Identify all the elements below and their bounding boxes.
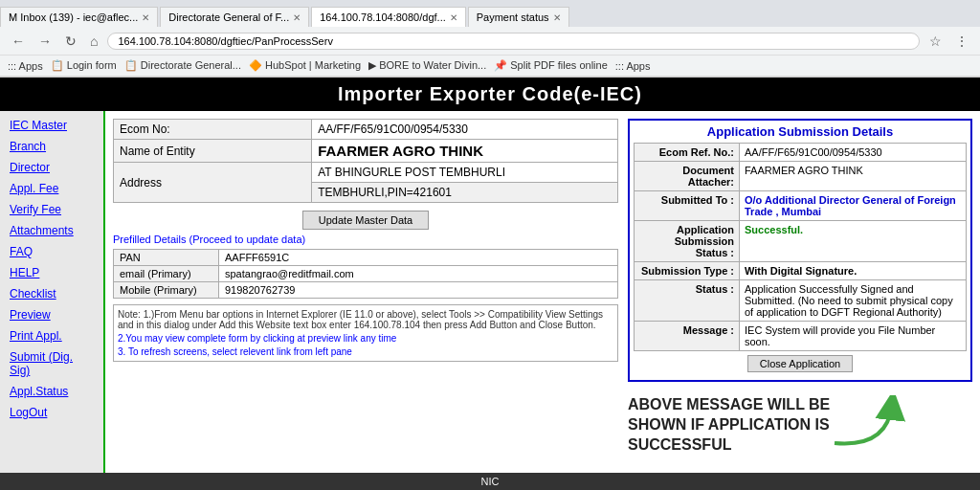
tab-label-active: 164.100.78.104:8080/dgf... [320, 11, 446, 23]
content-area: Ecom No: AA/FF/F65/91C00/0954/5330 Name … [105, 111, 980, 473]
tab-bar: M Inbox (139) - iec@aflec... ✕ Directora… [0, 0, 980, 27]
submitted-to-label: Submitted To : [635, 191, 740, 221]
email-label: email (Primary) [114, 266, 219, 282]
arrow-icon [830, 395, 906, 453]
page-header: Importer Exporter Code(e-IEC) [0, 78, 980, 111]
note-text: Note: 1.)From Menu bar options in Intern… [118, 309, 603, 330]
page-footer: NIC [0, 473, 980, 490]
ecom-ref-label: Ecom Ref. No.: [635, 144, 740, 162]
message-label: Message : [635, 322, 740, 351]
forward-button[interactable]: → [34, 32, 56, 51]
sidebar-item-iec-master[interactable]: IEC Master [0, 115, 103, 136]
bookmark-directorate[interactable]: 📋 Directorate General... [124, 59, 241, 72]
address-line2: TEMBHURLI,PIN=421601 [312, 183, 618, 203]
status-label: Status : [635, 280, 740, 322]
status-value: Application Successfully Signed and Subm… [740, 280, 967, 322]
bookmark-bore[interactable]: ▶ BORE to Water Divin... [368, 59, 486, 72]
table-row: Name of Entity FAARMER AGRO THINK [114, 140, 618, 163]
tab-dgft[interactable]: Directorate General of F... ✕ [160, 7, 309, 27]
bookmark-login[interactable]: 📋 Login form [51, 59, 117, 72]
app-submission-label: Application Submission Status : [635, 221, 740, 262]
address-label: Address [114, 163, 312, 203]
tab-label-dgft: Directorate General of F... [168, 11, 289, 23]
back-button[interactable]: ← [8, 32, 29, 51]
home-button[interactable]: ⌂ [86, 32, 101, 51]
annotation-text: ABOVE MESSAGE WILL BE SHOWN IF APPLICATI… [628, 395, 830, 455]
ecom-label: Ecom No: [114, 120, 312, 140]
ecom-value: AA/FF/F65/91C00/0954/5330 [312, 120, 618, 140]
table-row: Address AT BHINGURLE POST TEMBHURLI [114, 163, 618, 183]
address-line1: AT BHINGURLE POST TEMBHURLI [312, 163, 618, 183]
table-row: Document Attacher: FAARMER AGRO THINK [635, 162, 967, 191]
page-title: Importer Exporter Code(e-IEC) [338, 83, 642, 104]
close-application-button[interactable]: Close Application [747, 355, 853, 372]
sidebar-item-appl-status[interactable]: Appl.Status [0, 381, 103, 402]
doc-attacher-label: Document Attacher: [635, 162, 740, 191]
table-row: email (Primary) spatangrao@reditfmail.co… [114, 266, 618, 282]
tab-active[interactable]: 164.100.78.104:8080/dgf... ✕ [311, 7, 466, 27]
update-master-button[interactable]: Update Master Data [302, 211, 429, 230]
mobile-value: 919820762739 [219, 282, 618, 299]
sidebar-item-verify-fee[interactable]: Verify Fee [0, 199, 103, 220]
sidebar-item-logout[interactable]: LogOut [0, 402, 103, 423]
bookmark-hubspot[interactable]: 🔶 HubSpot | Marketing [249, 59, 361, 72]
table-row: Submitted To : O/o Additional Director G… [635, 191, 967, 221]
note-box: Note: 1.)From Menu bar options in Intern… [113, 304, 618, 362]
url-input[interactable] [107, 33, 920, 50]
sidebar-item-help[interactable]: HELP [0, 262, 103, 283]
sidebar-item-preview[interactable]: Preview [0, 304, 103, 325]
app-submission-value: Successful. [740, 221, 967, 262]
submission-table: Ecom Ref. No.: AA/FF/F65/91C00/0954/5330… [634, 143, 967, 351]
sidebar-item-attachments[interactable]: Attachments [0, 220, 103, 241]
note-line2: 2.You may view complete form by clicking… [118, 333, 613, 344]
tab-payment[interactable]: Payment status ✕ [468, 7, 569, 27]
browser-chrome: M Inbox (139) - iec@aflec... ✕ Directora… [0, 0, 980, 78]
bookmarks-bar: ::: Apps 📋 Login form 📋 Directorate Gene… [0, 56, 980, 77]
address-bar: ← → ↻ ⌂ ☆ ⋮ [0, 27, 980, 56]
bookmark-split-pdf[interactable]: 📌 Split PDF files online [494, 59, 608, 72]
sidebar-item-submit-dig-sig[interactable]: Submit (Dig. Sig) [0, 346, 103, 381]
menu-icon[interactable]: ⋮ [951, 32, 972, 51]
close-icon-active[interactable]: ✕ [450, 12, 457, 23]
table-row: Message : IEC System will provide you Fi… [635, 322, 967, 351]
doc-attacher-value: FAARMER AGRO THINK [740, 162, 967, 191]
submission-type-label: Submission Type : [635, 262, 740, 280]
table-row: Application Submission Status : Successf… [635, 221, 967, 262]
prefilled-table: PAN AAFFF6591C email (Primary) spatangra… [113, 249, 618, 299]
close-icon-dgft[interactable]: ✕ [293, 12, 301, 23]
footer-text: NIC [481, 476, 500, 487]
pan-label: PAN [114, 250, 219, 266]
sidebar-item-checklist[interactable]: Checklist [0, 283, 103, 304]
submission-box: Application Submission Details Ecom Ref.… [628, 119, 972, 382]
tab-gmail[interactable]: M Inbox (139) - iec@aflec... ✕ [0, 7, 158, 27]
email-value: spatangrao@reditfmail.com [219, 266, 618, 282]
ecom-ref-value: AA/FF/F65/91C00/0954/5330 [740, 144, 967, 162]
close-icon-payment[interactable]: ✕ [553, 12, 561, 23]
bookmark-star-icon[interactable]: ☆ [925, 32, 946, 51]
sidebar-item-faq[interactable]: FAQ [0, 241, 103, 262]
tab-label-gmail: M Inbox (139) - iec@aflec... [9, 11, 138, 23]
prefilled-title: Prefilled Details (Proceed to update dat… [113, 234, 618, 245]
sidebar-item-appl-fee[interactable]: Appl. Fee [0, 178, 103, 199]
note-line3: 3. To refresh screens, select relevent l… [118, 346, 613, 357]
master-table: Ecom No: AA/FF/F65/91C00/0954/5330 Name … [113, 119, 618, 203]
main-layout: IEC Master Branch Director Appl. Fee Ver… [0, 111, 980, 473]
sidebar-item-print-appl[interactable]: Print Appl. [0, 325, 103, 346]
pan-value: AAFFF6591C [219, 250, 618, 266]
table-row: PAN AAFFF6591C [114, 250, 618, 266]
message-value: IEC System will provide you File Number … [740, 322, 967, 351]
bookmark-apps2[interactable]: ::: Apps [615, 60, 651, 72]
sidebar-item-director[interactable]: Director [0, 157, 103, 178]
entity-label: Name of Entity [114, 140, 312, 163]
annotation-line3: SUCCESSFUL [628, 435, 830, 456]
sidebar-item-branch[interactable]: Branch [0, 136, 103, 157]
close-icon-gmail[interactable]: ✕ [142, 12, 149, 23]
table-row: Status : Application Successfully Signed… [635, 280, 967, 322]
right-panel: Application Submission Details Ecom Ref.… [628, 119, 972, 465]
table-row: Ecom No: AA/FF/F65/91C00/0954/5330 [114, 120, 618, 140]
sidebar: IEC Master Branch Director Appl. Fee Ver… [0, 111, 105, 473]
tab-label-payment: Payment status [477, 11, 549, 23]
reload-button[interactable]: ↻ [61, 32, 80, 51]
annotation-line1: ABOVE MESSAGE WILL BE [628, 395, 830, 415]
bookmark-apps[interactable]: ::: Apps [8, 60, 43, 72]
